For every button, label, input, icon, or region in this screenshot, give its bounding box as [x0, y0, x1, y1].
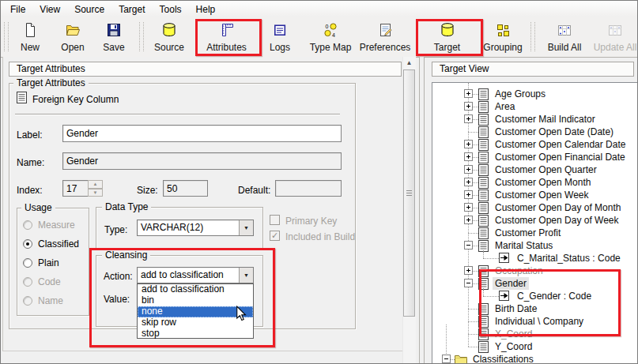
toolbar-new-button[interactable]: New [12, 20, 48, 54]
radio-icon[interactable] [23, 258, 32, 268]
code-arrow-icon [499, 253, 509, 263]
menu-source[interactable]: Source [67, 2, 111, 17]
collapse-minus-icon[interactable] [442, 355, 451, 363]
name-input[interactable] [62, 152, 342, 170]
spinner-down-icon[interactable]: ▼ [88, 189, 103, 197]
document-icon [478, 88, 489, 100]
annotation-box-cleansing [89, 248, 275, 347]
radio-icon[interactable] [23, 277, 32, 287]
usage-radio-group: MeasureClassifiedPlainCodeName [23, 216, 86, 310]
new-page-icon [22, 21, 38, 38]
tree-item-customer-open-date-date[interactable]: Customer Open Date (Date) [432, 126, 638, 138]
expand-plus-icon[interactable] [464, 140, 473, 148]
size-input[interactable] [163, 180, 208, 197]
collapse-minus-icon[interactable] [464, 241, 473, 250]
usage-radio-name[interactable]: Name [23, 291, 86, 310]
tree-item-label: Customer Open Week [493, 189, 591, 201]
tree-connector [468, 233, 478, 234]
tree-connector [473, 144, 478, 145]
scrollbar-grip [406, 190, 412, 196]
default-input[interactable] [275, 180, 342, 197]
expand-plus-icon[interactable] [464, 102, 473, 111]
tree-item-customer-profit[interactable]: Customer Profit [432, 227, 638, 239]
scrollbar-up-icon[interactable]: ▲ [402, 58, 416, 68]
tree-connector [473, 283, 478, 284]
tree-item-label: Customer Open Day of Month [493, 201, 623, 214]
tree-connector [473, 195, 478, 196]
tree-item-marital-status[interactable]: Marital Status [432, 239, 638, 252]
label-input[interactable] [62, 125, 342, 142]
expand-plus-icon[interactable] [464, 216, 473, 224]
toolbar-update-all-button[interactable]: Update All [591, 20, 638, 54]
document-icon [478, 190, 489, 201]
toolbar-build-all-button[interactable]: Build All [540, 20, 589, 54]
tree-item-customer-open-week[interactable]: Customer Open Week [432, 189, 638, 201]
tree-item-classifications[interactable]: Classifications [432, 353, 638, 364]
logs-icon [272, 21, 288, 38]
tree-connector [468, 132, 478, 133]
document-icon [478, 227, 489, 239]
folder-icon [455, 354, 467, 364]
tree-item-customer-open-day-of-week[interactable]: Customer Open Day of Week [432, 214, 638, 227]
tree-item-age-groups[interactable]: Age Groups [432, 88, 638, 100]
spinner-up-icon[interactable]: ▲ [88, 180, 103, 189]
tree-item-customer-open-calendar-date[interactable]: Customer Open Calendar Date [432, 138, 638, 151]
usage-radio-classified[interactable]: Classified [23, 235, 86, 253]
expand-plus-icon[interactable] [464, 89, 473, 98]
grouping-icon [495, 21, 511, 38]
expand-plus-icon[interactable] [464, 152, 473, 161]
menu-help[interactable]: Help [189, 2, 223, 17]
default-field-caption: Default: [238, 185, 270, 196]
expand-plus-icon[interactable] [464, 190, 473, 199]
menu-view[interactable]: View [32, 2, 67, 17]
toolbar-preferences-button[interactable]: Preferences [357, 20, 413, 54]
tree-connector [473, 271, 478, 272]
tree-item-customer-open-day-of-month[interactable]: Customer Open Day of Month [432, 201, 638, 214]
document-icon [478, 114, 489, 126]
included-in-build-checkbox[interactable]: ✓ [270, 231, 280, 241]
radio-icon[interactable] [23, 239, 32, 249]
toolbar-logs-button[interactable]: Logs [262, 20, 298, 54]
primary-key-checkbox[interactable] [270, 215, 280, 225]
toolbar-type-map-button[interactable]: 04Type Map [305, 20, 356, 54]
tree-item-customer-open-quarter[interactable]: Customer Open Quarter [432, 163, 638, 176]
usage-radio-measure[interactable]: Measure [23, 216, 86, 235]
index-field-caption: Index: [17, 185, 43, 196]
radio-icon[interactable] [23, 220, 32, 230]
usage-radio-plain[interactable]: Plain [23, 253, 86, 272]
type-combobox[interactable]: VARCHAR(12) ▼ [137, 220, 254, 236]
tree-item-y-coord[interactable]: Y_Coord [432, 340, 638, 353]
radio-icon[interactable] [23, 296, 32, 306]
menu-tools[interactable]: Tools [153, 2, 189, 17]
index-input[interactable] [62, 180, 89, 197]
toolbar-button-label: New [21, 42, 40, 53]
mouse-cursor-icon [236, 306, 247, 322]
menu-file[interactable]: File [3, 2, 32, 17]
chevron-down-icon[interactable]: ▼ [239, 220, 253, 235]
index-spinner[interactable]: ▲ ▼ [88, 180, 103, 197]
menu-bar: FileViewSourceTargetToolsHelp [1, 1, 637, 18]
tree-item-customer-open-financial-date[interactable]: Customer Open Financial Date [432, 151, 638, 163]
document-icon [478, 152, 489, 163]
usage-radio-code[interactable]: Code [23, 272, 86, 291]
toolbar-save-button[interactable]: Save [96, 20, 132, 54]
toolbar-button-label: Build All [548, 42, 582, 53]
save-icon [106, 21, 122, 38]
expand-plus-icon[interactable] [464, 114, 473, 123]
menu-target[interactable]: Target [111, 2, 152, 17]
tree-item-c-marital-status-code[interactable]: C_Marital_Status : Code [432, 252, 638, 265]
pane-splitter[interactable] [419, 57, 425, 364]
expand-plus-icon[interactable] [464, 165, 473, 174]
tree-item-area[interactable]: Area [432, 100, 638, 113]
collapse-minus-icon[interactable] [464, 279, 473, 287]
tree-connector [473, 107, 478, 107]
toolbar-open-button[interactable]: Open [53, 20, 92, 54]
tree-item-customer-mail-indicator[interactable]: Customer Mail Indicator [432, 113, 638, 126]
expand-plus-icon[interactable] [464, 178, 473, 186]
tree-connector [468, 334, 478, 335]
expand-plus-icon[interactable] [464, 266, 473, 275]
toolbar-source-button[interactable]: Source [146, 20, 192, 54]
tree-item-customer-open-month[interactable]: Customer Open Month [432, 176, 638, 189]
toolbar-grouping-button[interactable]: Grouping [478, 20, 527, 54]
expand-plus-icon[interactable] [464, 203, 473, 212]
